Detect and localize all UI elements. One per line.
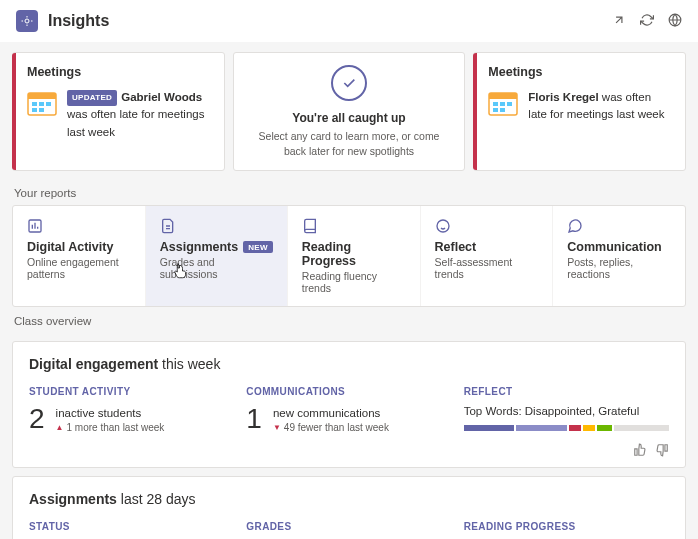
header-actions [612, 13, 682, 30]
calendar-icon [488, 89, 518, 117]
svg-rect-10 [489, 93, 517, 99]
page-header: Insights [0, 0, 698, 42]
thumbs-down-icon[interactable] [655, 443, 669, 457]
reflect-segment [569, 425, 581, 431]
caught-title: You're all caught up [292, 111, 405, 125]
svg-rect-12 [500, 102, 505, 106]
card-text: Floris Kregel was often late for meeting… [528, 89, 671, 124]
metric-student-activity[interactable]: STUDENT ACTIVITY 2 inactive students ▲1 … [29, 386, 234, 433]
your-reports-label: Your reports [0, 185, 698, 205]
reports-tabs: Digital Activity Online engagement patte… [12, 205, 686, 307]
page-title: Insights [48, 12, 612, 30]
caught-subtitle: Select any card to learn more, or come b… [258, 129, 441, 158]
calendar-icon [27, 89, 57, 117]
svg-point-17 [437, 220, 449, 232]
assignments-icon [160, 218, 176, 234]
metric-grades[interactable]: GRADES 81 average grade [246, 521, 451, 539]
reflect-segment [464, 425, 515, 431]
trend-down-icon: ▼ [273, 423, 281, 432]
metric-reflect[interactable]: REFLECT Top Words: Disappointed, Gratefu… [464, 386, 669, 433]
spotlight-cards: Meetings UPDATEDGabriel Woods was often … [0, 42, 698, 185]
reflect-icon [435, 218, 451, 234]
metric-status[interactable]: STATUS 5 missed submissions ▲4 more than… [29, 521, 234, 539]
svg-rect-13 [507, 102, 512, 106]
svg-rect-14 [493, 108, 498, 112]
card-title: Meetings [27, 65, 210, 79]
tab-communication[interactable]: Communication Posts, replies, reactions [553, 206, 685, 306]
spotlight-card-meetings-2[interactable]: Meetings Floris Kregel was often late fo… [473, 52, 686, 171]
svg-rect-7 [32, 108, 37, 112]
tab-assignments[interactable]: AssignmentsNEW Grades and submissions [146, 206, 288, 306]
new-badge: NEW [243, 241, 273, 253]
trend-up-icon: ▲ [56, 423, 64, 432]
svg-rect-6 [46, 102, 51, 106]
book-icon [302, 218, 318, 234]
svg-rect-8 [39, 108, 44, 112]
app-icon [16, 10, 38, 32]
tab-digital-activity[interactable]: Digital Activity Online engagement patte… [13, 206, 146, 306]
metric-reading-progress[interactable]: READING PROGRESS 83 average accuracy rat… [464, 521, 669, 539]
refresh-icon[interactable] [640, 13, 654, 30]
globe-icon[interactable] [668, 13, 682, 30]
reflect-bar [464, 425, 669, 431]
spotlight-caught-up: You're all caught up Select any card to … [233, 52, 466, 171]
svg-rect-4 [32, 102, 37, 106]
svg-rect-15 [500, 108, 505, 112]
svg-rect-3 [28, 93, 56, 99]
class-overview-label: Class overview [0, 313, 698, 333]
spotlight-card-meetings-1[interactable]: Meetings UPDATEDGabriel Woods was often … [12, 52, 225, 171]
reflect-segment [583, 425, 595, 431]
card-text: UPDATEDGabriel Woods was often late for … [67, 89, 210, 141]
metric-communications[interactable]: COMMUNICATIONS 1 new communications ▼49 … [246, 386, 451, 433]
tab-reading-progress[interactable]: Reading Progress Reading fluency trends [288, 206, 421, 306]
card-title: Meetings [488, 65, 671, 79]
tab-reflect[interactable]: Reflect Self-assessment trends [421, 206, 554, 306]
expand-icon[interactable] [612, 13, 626, 30]
thumbs-up-icon[interactable] [633, 443, 647, 457]
panel-title: Assignments last 28 days [29, 491, 669, 507]
svg-point-0 [25, 19, 29, 23]
check-circle-icon [331, 65, 367, 101]
reflect-segment [516, 425, 567, 431]
updated-badge: UPDATED [67, 90, 117, 106]
reflect-segment [597, 425, 613, 431]
assignments-panel: Assignments last 28 days STATUS 5 missed… [12, 476, 686, 539]
svg-rect-11 [493, 102, 498, 106]
reflect-segment [614, 425, 669, 431]
svg-rect-5 [39, 102, 44, 106]
digital-engagement-panel: Digital engagement this week STUDENT ACT… [12, 341, 686, 468]
panel-title: Digital engagement this week [29, 356, 669, 372]
chat-icon [567, 218, 583, 234]
activity-icon [27, 218, 43, 234]
